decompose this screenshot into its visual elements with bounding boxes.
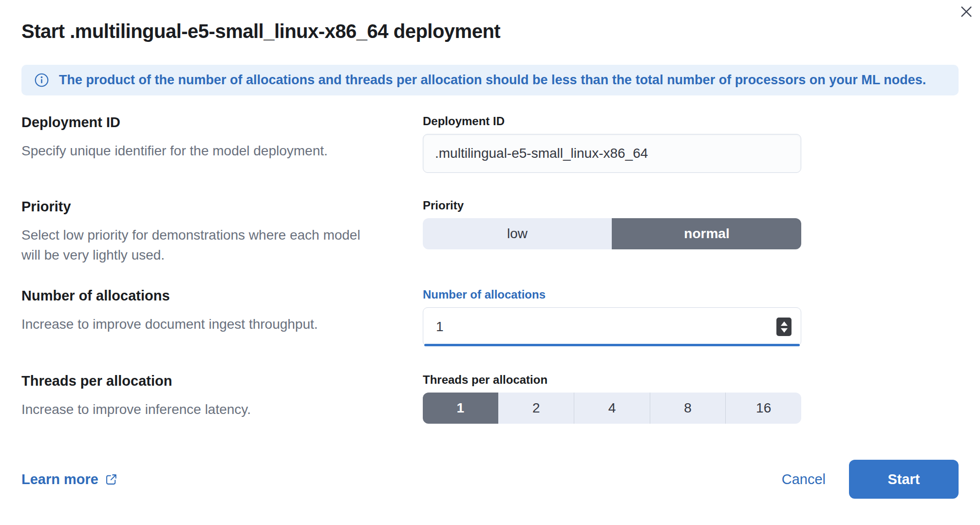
threads-option-16[interactable]: 16 <box>725 393 801 424</box>
focus-underline <box>424 344 800 346</box>
priority-option-low[interactable]: low <box>423 218 612 249</box>
info-icon <box>34 73 49 88</box>
threads-description: Increase to improve inference latency. <box>21 399 333 419</box>
page-title: Start .multilingual-e5-small_linux-x86_6… <box>21 19 959 43</box>
deployment-id-description: Specify unique identifier for the model … <box>21 141 333 161</box>
row-threads: Threads per allocation Increase to impro… <box>21 373 959 424</box>
allocations-description: Increase to improve document ingest thro… <box>21 314 333 334</box>
row-deployment-id: Deployment ID Specify unique identifier … <box>21 114 959 173</box>
priority-field-label: Priority <box>423 198 801 212</box>
threads-button-group: 1 2 4 8 16 <box>423 393 801 424</box>
threads-option-2[interactable]: 2 <box>498 393 574 424</box>
learn-more-label: Learn more <box>21 471 98 488</box>
deployment-id-input[interactable] <box>423 134 801 173</box>
priority-description: Select low priority for demonstrations w… <box>21 225 333 265</box>
threads-option-8[interactable]: 8 <box>650 393 726 424</box>
threads-heading: Threads per allocation <box>21 373 333 390</box>
external-link-icon <box>105 473 117 486</box>
allocations-heading: Number of allocations <box>21 287 333 304</box>
priority-heading: Priority <box>21 198 333 215</box>
threads-field-label: Threads per allocation <box>423 373 801 387</box>
info-callout: The product of the number of allocations… <box>21 65 959 95</box>
threads-option-1[interactable]: 1 <box>423 393 498 424</box>
modal-footer: Learn more Cancel Start <box>21 460 959 499</box>
allocations-field-label: Number of allocations <box>423 287 801 301</box>
close-button[interactable] <box>957 2 976 21</box>
close-icon <box>959 4 974 19</box>
deployment-id-field-label: Deployment ID <box>423 114 801 128</box>
cancel-button[interactable]: Cancel <box>782 471 826 488</box>
stepper-down-icon[interactable] <box>781 328 788 333</box>
row-priority: Priority Select low priority for demonst… <box>21 198 959 265</box>
allocations-input[interactable] <box>423 307 801 346</box>
priority-button-group: low normal <box>423 218 801 249</box>
learn-more-link[interactable]: Learn more <box>21 471 117 488</box>
start-deployment-modal: Start .multilingual-e5-small_linux-x86_6… <box>0 0 980 525</box>
deployment-id-heading: Deployment ID <box>21 114 333 131</box>
threads-option-4[interactable]: 4 <box>574 393 650 424</box>
modal-content: Start .multilingual-e5-small_linux-x86_6… <box>0 0 980 499</box>
number-stepper[interactable] <box>776 318 792 336</box>
callout-message: The product of the number of allocations… <box>59 73 926 88</box>
row-allocations: Number of allocations Increase to improv… <box>21 287 959 346</box>
stepper-up-icon[interactable] <box>781 321 788 326</box>
priority-option-normal[interactable]: normal <box>612 218 801 249</box>
start-button[interactable]: Start <box>849 460 959 499</box>
